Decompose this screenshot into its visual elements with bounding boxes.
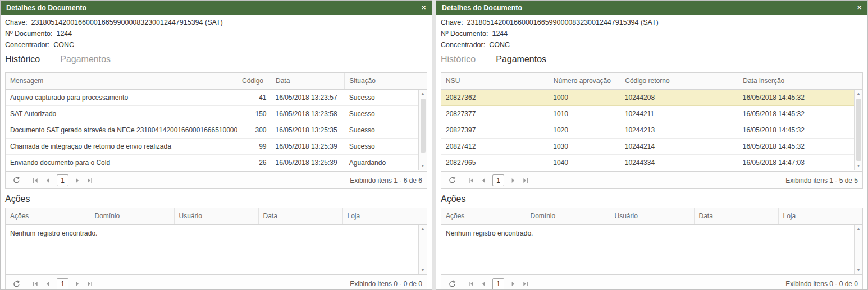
page-number[interactable]: 1	[57, 174, 68, 186]
grid-pager: 1 Exibindo itens 1 - 5 de 5	[441, 171, 862, 190]
column-header[interactable]: Domínio	[526, 208, 610, 224]
field-label: Chave:	[5, 19, 28, 26]
table-row[interactable]: Enviando documento para o Cold2616/05/20…	[6, 154, 427, 171]
column-header[interactable]: Domínio	[90, 208, 174, 224]
next-page-button[interactable]	[71, 174, 84, 187]
cell: 16/05/2018 14:45:32	[738, 105, 862, 122]
next-page-icon	[510, 281, 516, 287]
table-row[interactable]: 2082736210001024420816/05/2018 14:45:32	[441, 89, 862, 105]
column-header[interactable]: Situação	[345, 73, 427, 89]
page-number[interactable]: 1	[57, 278, 68, 290]
first-page-button[interactable]	[465, 278, 477, 289]
column-header[interactable]: NSU	[441, 73, 549, 89]
vertical-scrollbar[interactable]: ▲ ▼	[418, 225, 427, 274]
column-header[interactable]: Usuário	[174, 208, 258, 224]
table-row[interactable]: 2082796510401024433416/05/2018 14:47:03	[441, 154, 862, 171]
tab-pagamentos[interactable]: Pagamentos	[60, 54, 111, 67]
field-chave: Chave:2318051420016600016659900008323001…	[5, 19, 427, 26]
tab-historico[interactable]: Histórico	[441, 54, 476, 67]
refresh-button[interactable]	[446, 278, 458, 289]
vertical-scrollbar[interactable]: ▲ ▼	[854, 225, 862, 274]
column-header[interactable]: Código	[237, 73, 271, 89]
scrollbar-thumb[interactable]	[421, 99, 426, 153]
refresh-button[interactable]	[10, 278, 22, 289]
cell: 1030	[549, 138, 620, 154]
table-row[interactable]: Chamada de integração de retorno de envi…	[6, 138, 427, 154]
table-row[interactable]: Documento SAT gerado através da NFCe 231…	[6, 122, 427, 138]
seek-last-icon	[87, 178, 93, 183]
column-header[interactable]: Data inserção	[738, 73, 862, 89]
tab-strip: HistóricoPagamentos	[5, 54, 427, 67]
column-header[interactable]: Código retorno	[620, 73, 738, 89]
scroll-up-icon[interactable]: ▲	[421, 225, 425, 233]
vertical-scrollbar[interactable]: ▲ ▼	[418, 90, 427, 170]
next-page-button[interactable]	[507, 174, 519, 187]
scroll-up-icon[interactable]: ▲	[421, 90, 425, 98]
field-value: 1244	[492, 30, 508, 38]
prev-page-button[interactable]	[42, 278, 54, 289]
table-row[interactable]: SAT Autorizado15016/05/2018 13:23:58Suce…	[6, 105, 427, 122]
historico-table: MensagemCódigoDataSituaçãoArquivo captur…	[6, 73, 427, 171]
column-header[interactable]: Data	[694, 208, 778, 224]
table-row[interactable]: 2082737710101024421116/05/2018 14:45:32	[441, 105, 862, 122]
close-icon[interactable]: ✕	[857, 5, 862, 11]
scroll-down-icon[interactable]: ▼	[857, 162, 861, 170]
table-row[interactable]: 2082741210301024421416/05/2018 14:45:32	[441, 138, 862, 154]
last-page-button[interactable]	[84, 174, 96, 187]
column-header[interactable]: Mensagem	[6, 73, 237, 89]
tab-historico[interactable]: Histórico	[5, 54, 40, 67]
first-page-button[interactable]	[29, 278, 42, 289]
cell: Documento SAT gerado através da NFCe 231…	[6, 122, 237, 138]
scroll-down-icon[interactable]: ▼	[857, 266, 861, 274]
column-header[interactable]: Usuário	[610, 208, 694, 224]
last-page-button[interactable]	[84, 278, 96, 289]
column-header[interactable]: Loja	[342, 208, 427, 224]
seek-last-icon	[523, 281, 528, 287]
acoes-grid: AçõesDomínioUsuárioDataLoja Nenhum regis…	[5, 208, 427, 289]
next-page-button[interactable]	[507, 278, 519, 289]
cell: 10244334	[620, 154, 738, 171]
refresh-icon	[449, 280, 456, 288]
dialog-titlebar[interactable]: Detalhes do Documento ✕	[436, 1, 867, 15]
section-heading-acoes: Ações	[441, 194, 863, 204]
prev-page-button[interactable]	[477, 174, 490, 187]
cell: Enviando documento para o Cold	[6, 154, 237, 171]
scrollbar-thumb[interactable]	[856, 99, 861, 161]
close-icon[interactable]: ✕	[422, 5, 426, 11]
refresh-button[interactable]	[10, 174, 22, 187]
page-number[interactable]: 1	[492, 174, 504, 186]
last-page-button[interactable]	[519, 278, 532, 289]
section-heading-acoes: Ações	[5, 194, 427, 204]
table-row[interactable]: 2082739710201024421316/05/2018 14:45:32	[441, 122, 862, 138]
next-page-button[interactable]	[71, 278, 84, 289]
pagamentos-grid: NSUNúmero aprovaçãoCódigo retornoData in…	[441, 72, 863, 189]
column-header[interactable]: Ações	[441, 208, 526, 224]
prev-page-button[interactable]	[477, 278, 490, 289]
column-header[interactable]: Loja	[778, 208, 862, 224]
cell: 10244211	[620, 105, 738, 122]
column-header[interactable]: Data	[271, 73, 345, 89]
scroll-down-icon[interactable]: ▼	[421, 266, 425, 274]
column-header[interactable]: Número aprovação	[549, 73, 620, 89]
empty-message: Nenhum registro encontrado.	[6, 225, 427, 242]
prev-page-icon	[45, 178, 51, 183]
last-page-button[interactable]	[519, 174, 532, 187]
acoes-grid: AçõesDomínioUsuárioDataLoja Nenhum regis…	[441, 208, 863, 289]
first-page-button[interactable]	[29, 174, 42, 187]
column-header[interactable]: Data	[258, 208, 342, 224]
table-row[interactable]: Arquivo capturado para processamento4116…	[6, 89, 427, 105]
field-label: Concentrador:	[441, 41, 485, 49]
next-page-icon	[75, 178, 80, 183]
scroll-up-icon[interactable]: ▲	[857, 225, 861, 233]
first-page-button[interactable]	[465, 174, 477, 187]
prev-page-button[interactable]	[42, 174, 54, 187]
scroll-up-icon[interactable]: ▲	[857, 90, 861, 98]
tab-pagamentos[interactable]: Pagamentos	[496, 54, 546, 67]
scroll-down-icon[interactable]: ▼	[421, 162, 425, 170]
column-header[interactable]: Ações	[6, 208, 90, 224]
dialog-titlebar[interactable]: Detalhes do Documento ✕	[1, 1, 432, 15]
vertical-scrollbar[interactable]: ▲ ▼	[854, 90, 862, 170]
refresh-button[interactable]	[446, 174, 458, 187]
page-number[interactable]: 1	[492, 278, 504, 290]
field-value: 1244	[56, 30, 72, 38]
